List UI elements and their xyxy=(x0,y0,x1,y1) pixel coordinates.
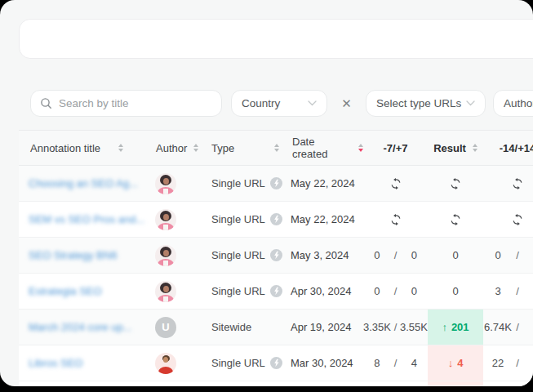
top-panel xyxy=(19,19,533,59)
type-label: Sitewide xyxy=(211,321,251,333)
metric-7-7: 8/4 xyxy=(363,345,428,381)
avatar xyxy=(155,245,176,266)
result-cell-partial xyxy=(428,381,483,386)
table-row: March 2024 core up... U Sitewide Apr 19,… xyxy=(19,310,533,345)
avatar xyxy=(155,173,176,194)
flash-icon xyxy=(270,177,282,189)
column-header-minus7-plus7: -7/+7 xyxy=(363,131,428,165)
annotation-title-link[interactable]: SEM vs SEO Pros and... xyxy=(29,213,144,225)
arrow-down-icon: ↓ xyxy=(448,357,454,369)
avatar xyxy=(155,281,176,302)
author-select-label: Author xyxy=(504,97,533,109)
column-header-date-created[interactable]: Date created xyxy=(284,131,363,165)
table-row: Estrategia SEO Single URL Apr 30, 2024 0… xyxy=(19,274,533,310)
country-select[interactable]: Country xyxy=(231,90,327,117)
column-header-minus14-plus14: -14/+14 xyxy=(483,131,533,165)
refresh-icon[interactable] xyxy=(512,214,523,225)
metric-14-14: 6.74K/6 xyxy=(483,310,533,345)
refresh-icon[interactable] xyxy=(390,214,402,225)
date-text: May 3, 2024 xyxy=(291,249,349,261)
main-card: Country ✕ Select type URLs Author Annota… xyxy=(0,0,533,386)
search-box[interactable] xyxy=(30,90,222,117)
type-label: Single URL xyxy=(211,357,265,369)
search-icon xyxy=(40,97,52,109)
column-header-type[interactable]: Type xyxy=(202,131,284,165)
sort-icon[interactable] xyxy=(473,144,477,152)
metric-14-14: 3/ xyxy=(483,274,533,309)
date-text: Apr 19, 2024 xyxy=(291,321,351,333)
annotation-title-link[interactable]: Libros SEO xyxy=(29,357,82,369)
annotation-title-link[interactable]: SEO Strategy BN6 xyxy=(29,249,117,261)
filter-bar: Country ✕ Select type URLs Author xyxy=(30,90,533,117)
metric-14-14: 22/ xyxy=(483,345,533,381)
refresh-icon[interactable] xyxy=(512,178,523,189)
result-value-negative: ↓4 xyxy=(428,345,483,381)
result-value: 0 xyxy=(428,274,483,309)
metric-7-7: 3.35K/3.55K xyxy=(363,310,428,345)
avatar-letter: U xyxy=(155,317,176,338)
result-value-positive: ↑201 xyxy=(428,310,483,345)
annotation-title-link[interactable]: Estrategia SEO xyxy=(29,285,102,297)
refresh-icon[interactable] xyxy=(450,214,461,225)
flash-icon xyxy=(270,249,282,261)
annotation-title-link[interactable]: Choosing an SEO Ag... xyxy=(29,177,138,189)
author-select[interactable]: Author xyxy=(493,90,533,117)
table-header: Annotation title Author Type Date create… xyxy=(19,130,533,166)
date-text: Apr 30, 2024 xyxy=(291,285,351,297)
type-label: Single URL xyxy=(211,249,265,261)
search-input[interactable] xyxy=(59,97,212,109)
result-value: 0 xyxy=(428,238,483,273)
metric-7-7: 0/0 xyxy=(363,274,428,309)
annotation-title-link[interactable]: March 2024 core up... xyxy=(29,321,131,333)
clear-filter-button[interactable]: ✕ xyxy=(341,97,352,109)
chevron-down-icon xyxy=(466,100,475,106)
table-row: SEM vs SEO Pros and... Single URL May 22… xyxy=(19,202,533,238)
flash-icon xyxy=(270,213,282,225)
type-select-label: Select type URLs xyxy=(376,97,461,109)
close-icon: ✕ xyxy=(341,96,352,110)
type-label: Single URL xyxy=(211,177,265,189)
date-text: May 22, 2024 xyxy=(291,213,355,225)
sort-icon[interactable] xyxy=(193,144,198,152)
column-header-result[interactable]: Result xyxy=(428,131,483,165)
metric-7-7: 0/0 xyxy=(363,238,428,273)
country-select-label: Country xyxy=(242,97,280,109)
type-label: Single URL xyxy=(211,213,265,225)
column-header-annotation-title[interactable]: Annotation title xyxy=(19,131,151,165)
sort-icon[interactable] xyxy=(274,144,279,152)
date-text: Mar 30, 2024 xyxy=(291,357,353,369)
flash-icon xyxy=(270,357,282,369)
type-select[interactable]: Select type URLs xyxy=(366,90,486,117)
refresh-icon[interactable] xyxy=(390,178,402,189)
chevron-down-icon xyxy=(308,100,317,106)
arrow-up-icon: ↑ xyxy=(442,321,447,333)
avatar xyxy=(155,209,176,230)
column-header-author[interactable]: Author xyxy=(151,131,202,165)
type-label: Single URL xyxy=(211,285,265,297)
table-row: Choosing an SEO Ag... Single URL May 22,… xyxy=(19,166,533,202)
sort-icon[interactable] xyxy=(118,144,123,152)
table-row-partial xyxy=(19,381,533,386)
annotations-table: Annotation title Author Type Date create… xyxy=(19,130,533,386)
table-row: SEO Strategy BN6 Single URL May 3, 2024 … xyxy=(19,238,533,274)
refresh-icon[interactable] xyxy=(450,178,461,189)
flash-icon xyxy=(270,285,282,297)
metric-14-14: 0/ xyxy=(483,238,533,273)
date-text: May 22, 2024 xyxy=(291,177,355,189)
avatar xyxy=(155,353,176,374)
table-row: Libros SEO Single URL Mar 30, 2024 8/4 ↓… xyxy=(19,345,533,381)
